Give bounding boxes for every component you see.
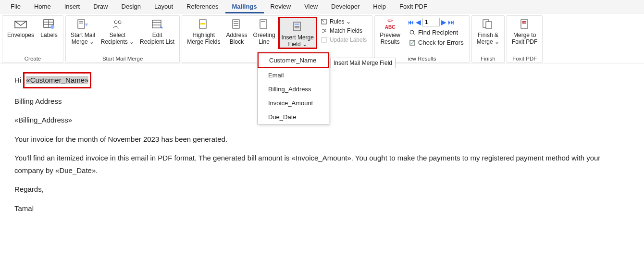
next-record-button[interactable]: ▶ [441, 18, 446, 26]
greeting-icon [258, 18, 271, 30]
insert-field-icon [291, 20, 304, 33]
svg-rect-23 [295, 24, 299, 25]
rules-button[interactable]: Rules ⌄ [319, 18, 368, 25]
insert-merge-field-button[interactable]: Insert Merge Field ⌄ [278, 17, 317, 49]
tab-home[interactable]: Home [27, 0, 58, 13]
tab-view[interactable]: View [297, 0, 324, 13]
select-recipients-button[interactable]: Select Recipients ⌄ [98, 17, 137, 46]
group-preview-results: «»ABC Preview Results ⏮ ◀ ▶ ⏭ Find Recip… [374, 15, 469, 63]
group-label: Finish [474, 55, 502, 62]
check-icon [409, 39, 416, 46]
merge-field-email[interactable]: Email [258, 68, 329, 82]
edit-recipient-list-button[interactable]: Edit Recipient List [137, 17, 177, 46]
ribbon: Envelopes Labels Create Start Mail Merge… [0, 13, 644, 63]
finish-merge-button[interactable]: Finish & Merge ⌄ [474, 17, 502, 46]
label: Greeting Line [253, 32, 275, 45]
check-errors-button[interactable]: Check for Errors [408, 38, 465, 47]
svg-rect-11 [152, 20, 161, 28]
rules-icon [321, 18, 327, 25]
svg-point-9 [114, 21, 117, 24]
update-labels-button: Update Labels [319, 36, 368, 44]
svg-rect-16 [233, 20, 239, 28]
preview-results-button[interactable]: «»ABC Preview Results [377, 17, 403, 46]
envelope-icon [14, 18, 27, 30]
label: Match Fields [330, 27, 362, 34]
label: Rules ⌄ [330, 18, 351, 25]
label: Insert Merge Field ⌄ [282, 34, 314, 48]
highlight-icon [198, 18, 210, 30]
text: Hi [14, 76, 23, 84]
address-block-button[interactable]: Address Block [223, 17, 250, 46]
label: Edit Recipient List [140, 32, 174, 45]
svg-rect-27 [322, 37, 326, 42]
field-text: «Customer_Name» [26, 76, 88, 84]
match-fields-button[interactable]: Match Fields [319, 27, 368, 35]
label: Merge to Foxit PDF [512, 32, 537, 45]
tab-insert[interactable]: Insert [58, 0, 87, 13]
tab-draw[interactable]: Draw [87, 0, 114, 13]
address-icon [231, 18, 243, 30]
write-extras: Rules ⌄ Match Fields Update Labels [317, 17, 370, 45]
highlight-merge-fields-button[interactable]: Highlight Merge Fields [184, 17, 223, 46]
abc-icon: «»ABC [384, 18, 396, 30]
svg-point-5 [50, 25, 54, 29]
tab-references[interactable]: References [180, 0, 225, 13]
merge-to-foxit-button[interactable]: PDF Merge to Foxit PDF [509, 17, 540, 46]
prev-record-button[interactable]: ◀ [416, 18, 421, 26]
doc-line-4: Your invoice for the month of November 2… [14, 133, 630, 146]
merge-field-customer-name-inserted[interactable]: «Customer_Name» [23, 72, 91, 88]
label: Highlight Merge Fields [187, 32, 220, 45]
svg-rect-31 [486, 22, 492, 28]
merge-field-due-date[interactable]: Due_Date [258, 110, 329, 124]
find-icon [409, 29, 416, 36]
group-foxit: PDF Merge to Foxit PDF Foxit PDF [507, 15, 543, 63]
envelopes-button[interactable]: Envelopes [4, 17, 37, 39]
merge-field-billing-address[interactable]: Billing_Address [258, 82, 329, 96]
label: Check for Errors [418, 39, 464, 46]
svg-point-28 [410, 30, 414, 34]
doc-line-7: Tamal [14, 202, 630, 215]
merge-field-dropdown: Customer_Name Email Billing_Address Invo… [257, 52, 329, 124]
svg-text:PDF: PDF [523, 21, 527, 24]
match-icon [321, 27, 327, 34]
label: Update Labels [330, 37, 367, 43]
tab-mailings[interactable]: Mailings [225, 0, 264, 13]
group-label: Create [4, 55, 61, 62]
tab-file[interactable]: File [4, 0, 27, 13]
tab-foxit[interactable]: Foxit PDF [393, 0, 434, 13]
tab-design[interactable]: Design [115, 0, 148, 13]
last-record-button[interactable]: ⏭ [448, 18, 455, 26]
first-record-button[interactable]: ⏮ [408, 18, 414, 26]
tab-review[interactable]: Review [264, 0, 298, 13]
tab-layout[interactable]: Layout [148, 0, 180, 13]
group-label: Foxit PDF [509, 55, 540, 62]
doc-line-5: You'll find an itemized invoice in this … [14, 152, 630, 176]
tab-developer[interactable]: Developer [324, 0, 366, 13]
start-mail-merge-button[interactable]: Start Mail Merge ⌄ [68, 17, 98, 46]
tab-help[interactable]: Help [366, 0, 393, 13]
recipients-icon [111, 18, 124, 30]
group-finish: Finish & Merge ⌄ Finish [471, 15, 505, 63]
mail-merge-icon [76, 18, 89, 30]
label: Address Block [226, 32, 248, 45]
labels-button[interactable]: Labels [37, 17, 61, 39]
label: Select Recipients ⌄ [101, 32, 134, 45]
svg-rect-6 [78, 20, 85, 28]
label: Finish & Merge ⌄ [477, 32, 499, 45]
svg-rect-20 [260, 20, 267, 28]
merge-field-customer-name[interactable]: Customer_Name [258, 52, 329, 68]
merge-field-invoice-amount[interactable]: Invoice_Amount [258, 96, 329, 110]
edit-list-icon [151, 18, 163, 30]
label: Start Mail Merge ⌄ [71, 32, 95, 45]
greeting-line-button[interactable]: Greeting Line [250, 17, 278, 46]
group-start-mail-merge: Start Mail Merge ⌄ Select Recipients ⌄ E… [65, 15, 180, 63]
record-nav: ⏮ ◀ ▶ ⏭ [408, 18, 465, 26]
label: Preview Results [380, 32, 400, 45]
label: Envelopes [7, 32, 34, 38]
record-number-input[interactable] [422, 18, 440, 26]
svg-rect-15 [200, 23, 205, 25]
label: Find Recipient [418, 29, 458, 36]
find-recipient-button[interactable]: Find Recipient [408, 28, 465, 37]
insert-merge-field-tooltip: Insert Mail Merge Field [330, 58, 396, 68]
label: Labels [40, 32, 57, 38]
